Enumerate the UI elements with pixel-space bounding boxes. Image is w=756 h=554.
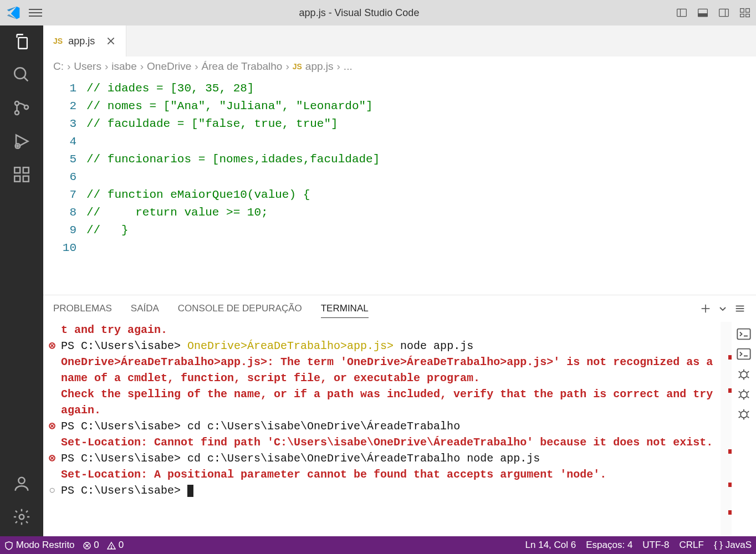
svg-rect-29 [737, 329, 750, 340]
svg-point-13 [15, 111, 19, 115]
tab-bar: JS app.js [43, 25, 756, 57]
extensions-icon[interactable] [12, 165, 31, 186]
panel-bottom-icon[interactable] [697, 7, 708, 18]
tab-output[interactable]: SAÍDA [131, 300, 159, 317]
js-file-icon: JS [293, 62, 302, 71]
eol[interactable]: CRLF [680, 540, 704, 551]
svg-rect-4 [719, 9, 729, 16]
search-icon[interactable] [12, 65, 31, 86]
svg-rect-17 [14, 176, 20, 182]
layout-controls [676, 7, 750, 18]
source-control-icon[interactable] [12, 99, 31, 120]
problems-counter[interactable]: 0 0 [83, 540, 124, 551]
tab-label: app.js [68, 35, 95, 47]
vscode-logo-icon [6, 5, 21, 20]
hamburger-menu-icon[interactable] [29, 6, 42, 19]
terminal-shell-icon[interactable] [736, 326, 752, 342]
js-file-icon: JS [53, 37, 63, 45]
svg-rect-30 [737, 349, 750, 360]
svg-rect-0 [677, 9, 687, 16]
terminal-shell-icon[interactable] [736, 346, 752, 362]
svg-point-33 [740, 411, 747, 418]
terminal[interactable]: t and try again.⊗PS C:\Users\isabe> OneD… [43, 322, 721, 536]
window-title: app.js - Visual Studio Code [42, 7, 676, 19]
language-mode[interactable]: { } JavaS [714, 540, 752, 551]
svg-point-10 [14, 68, 25, 79]
debug-bug-icon[interactable] [736, 386, 752, 402]
titlebar: app.js - Visual Studio Code [0, 0, 756, 25]
tab-terminal[interactable]: TERMINAL [321, 300, 369, 318]
code-lines[interactable]: // idades = [30, 35, 28] // nomes = ["An… [86, 76, 756, 295]
svg-rect-9 [746, 14, 750, 17]
panel-tabs: PROBLEMAS SAÍDA CONSOLE DE DEPURAÇÃO TER… [43, 295, 756, 322]
bottom-panel: PROBLEMAS SAÍDA CONSOLE DE DEPURAÇÃO TER… [43, 295, 756, 536]
more-icon[interactable] [734, 302, 746, 315]
svg-rect-3 [698, 14, 708, 17]
svg-rect-6 [740, 9, 744, 13]
svg-rect-7 [746, 9, 750, 13]
svg-line-11 [24, 77, 28, 81]
tab-debug-console[interactable]: CONSOLE DE DEPURAÇÃO [178, 300, 302, 317]
panel-left-icon[interactable] [676, 7, 687, 18]
svg-point-20 [18, 478, 24, 484]
breadcrumbs[interactable]: C:› Users› isabe› OneDrive› Área de Trab… [43, 57, 756, 76]
svg-point-31 [740, 371, 747, 378]
explorer-icon[interactable] [12, 32, 31, 53]
run-debug-icon[interactable] [12, 132, 31, 153]
svg-point-14 [24, 105, 28, 109]
svg-point-12 [15, 101, 19, 105]
panel-right-icon[interactable] [718, 7, 729, 18]
restricted-mode[interactable]: Modo Restrito [4, 540, 75, 551]
debug-bug-icon[interactable] [736, 406, 752, 422]
activity-bar [0, 25, 43, 536]
svg-rect-18 [23, 176, 29, 182]
code-editor[interactable]: 1 2 3 4 5 6 7 8 9 10 // idades = [30, 35… [43, 76, 756, 295]
accounts-icon[interactable] [12, 474, 31, 495]
terminal-actions [732, 322, 756, 536]
tab-app-js[interactable]: JS app.js [43, 25, 126, 57]
status-bar: Modo Restrito 0 0 Ln 14, Col 6 Espaços: … [0, 536, 756, 554]
svg-point-21 [19, 515, 24, 520]
encoding[interactable]: UTF-8 [642, 540, 669, 551]
cursor-position[interactable]: Ln 14, Col 6 [525, 540, 576, 551]
new-terminal-icon[interactable] [699, 302, 712, 315]
settings-gear-icon[interactable] [12, 507, 31, 529]
svg-point-38 [111, 547, 111, 548]
close-icon[interactable] [106, 36, 116, 46]
svg-rect-16 [14, 167, 20, 173]
svg-rect-19 [23, 167, 29, 173]
line-gutter: 1 2 3 4 5 6 7 8 9 10 [43, 76, 86, 295]
chevron-down-icon[interactable] [718, 304, 727, 313]
svg-rect-8 [740, 14, 744, 17]
debug-bug-icon[interactable] [736, 366, 752, 382]
terminal-scrollbar[interactable] [721, 322, 732, 536]
layout-icon[interactable] [739, 7, 750, 18]
svg-point-32 [740, 391, 747, 398]
indentation[interactable]: Espaços: 4 [586, 540, 632, 551]
tab-problems[interactable]: PROBLEMAS [53, 300, 112, 317]
